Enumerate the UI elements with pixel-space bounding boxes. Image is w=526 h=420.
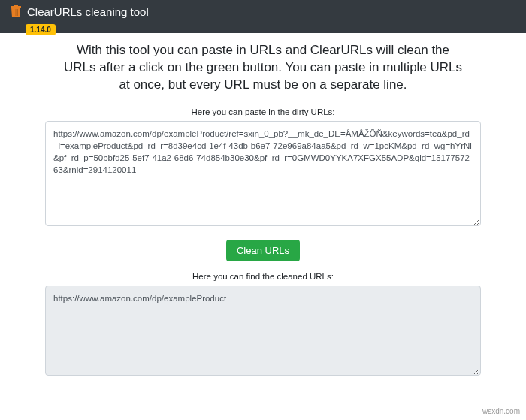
cleaned-urls-output[interactable] [45,286,481,376]
trash-icon [9,4,23,19]
version-badge: 1.14.0 [26,24,56,35]
headline-text: With this tool you can paste in URLs and… [45,42,481,94]
watermark: wsxdn.com [482,407,520,415]
button-row: Clean URLs [45,240,481,261]
navbar: ClearURLs cleaning tool 1.14.0 [0,0,526,33]
main-container: With this tool you can paste in URLs and… [0,33,526,385]
clean-urls-button[interactable]: Clean URLs [226,240,300,261]
dirty-urls-input[interactable] [45,121,481,226]
navbar-brand: ClearURLs cleaning tool 1.14.0 [9,4,149,29]
input-label: Here you can paste in the dirty URLs: [45,107,481,116]
output-label: Here you can find the cleaned URLs: [45,272,481,281]
